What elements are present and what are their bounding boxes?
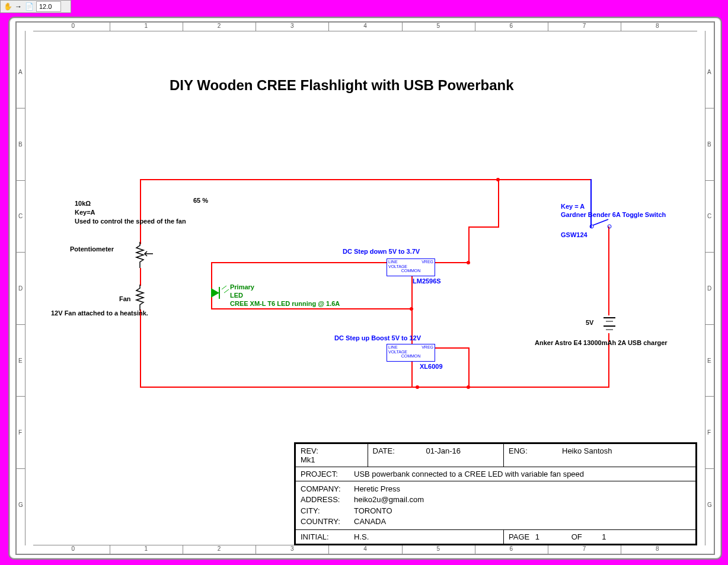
ruler-label: F [707,429,711,436]
tb-page-k: PAGE [509,532,529,541]
ruler-right: A B C D E F G [705,31,714,545]
tb-city-k: CITY: [301,506,354,516]
ruler-top: 0 1 2 3 4 5 6 7 8 [33,23,697,31]
switch-part: GSW124 [561,231,587,238]
tb-country-k: COUNTRY: [301,516,354,527]
ruler-label: D [18,285,23,292]
ruler-label: B [18,141,23,147]
wire-node [467,261,470,264]
ruler-label: C [707,213,711,219]
wire-node [496,178,500,181]
tb-date-v: 01-Jan-16 [426,446,461,455]
wire [434,347,470,349]
ruler-label: E [18,357,23,363]
wire [608,226,609,315]
battery-voltage: 5V [586,319,593,326]
ruler-bottom: 0 1 2 3 4 5 6 7 8 [33,545,697,554]
pot-key: Key=A [75,209,95,216]
wire [417,387,461,388]
ruler-label: 0 [71,545,75,552]
tb-country-v: CANADA [354,517,386,526]
wire-node [467,385,470,389]
tb-city-v: TORONTO [354,506,392,515]
wire-node [410,307,413,311]
schematic-sheet: 0 1 2 3 4 5 6 7 8 0 1 2 3 4 5 [8,17,722,560]
tb-page-v: 1 [535,532,539,541]
pot-desc: Used to control the speed of the fan [75,218,186,225]
svg-line-2 [593,219,608,225]
ruler-label: 4 [363,545,367,552]
pot-name: Potentiometer [70,245,114,253]
wire [140,387,419,388]
ruler-label: F [18,429,22,436]
app-window: ✋ → 📄 12.0 0 1 2 3 4 5 6 7 8 [0,0,728,565]
wire [460,387,609,388]
ruler-label: 8 [656,545,659,552]
wire [140,268,141,286]
wire [468,226,499,228]
tb-project-v: USB powerbank connected to a CREE LED wi… [354,470,584,478]
ruler-label: 1 [145,23,148,29]
tb-of-k: OF [571,532,582,541]
led-label2: LED [230,292,243,299]
toggle-switch-icon [589,218,613,230]
wire [140,179,590,180]
pan-hand-icon[interactable]: ✋ [3,2,12,11]
arrow-right-icon: → [15,2,22,11]
wire [211,262,387,263]
tb-initial-v: H.S. [354,532,369,541]
ruler-label: B [707,141,711,147]
wire [211,262,212,309]
document-icon[interactable]: 📄 [24,2,34,11]
ruler-label: A [18,69,23,75]
tb-project-k: PROJECT: [301,470,354,478]
ruler-label: G [18,501,23,507]
pot-setting: 65 % [193,197,208,204]
battery-desc: Anker Astro E4 13000mAh 2A USB charger [535,339,668,346]
drawing-area[interactable]: DIY Wooden CREE Flashlight with USB Powe… [33,31,697,545]
title-block: REV:Mk1 DATE:01-Jan-16 ENG:Heiko Santosh… [294,442,697,545]
ruler-label: C [18,213,23,219]
wire [468,347,470,388]
svg-line-5 [222,286,226,289]
svg-point-1 [608,225,611,228]
wire [498,179,499,228]
pot-value: 10kΩ [75,200,91,207]
ruler-label: 2 [218,23,221,29]
ruler-label: 7 [583,23,586,29]
tb-rev-k: REV: [301,446,354,455]
wire-node [416,385,419,389]
zoom-value[interactable]: 12.0 [36,1,61,12]
ruler-label: 0 [71,23,75,29]
tb-eng-v: Heiko Santosh [562,446,612,455]
stepdown-regulator: LINEVREG VOLTAGE COMMON [387,258,435,276]
ruler-label: G [707,501,712,507]
switch-key: Key = A [561,203,585,210]
svg-line-6 [224,289,229,293]
resistor-icon [135,285,147,312]
battery-icon [601,314,618,334]
wire [468,226,470,263]
wire [411,308,413,347]
stepdown-part: LM2596S [413,277,441,285]
wire [140,309,141,387]
ruler-left: A B C D E F G [17,31,25,545]
ruler-label: 6 [510,23,513,29]
led-desc: CREE XM-L T6 LED running @ 1.6A [230,300,340,307]
potentiometer-icon [135,242,159,270]
ruler-label: D [707,285,711,292]
stepdown-title: DC Step down 5V to 3.7V [343,248,420,255]
tb-date-k: DATE: [373,446,426,455]
switch-desc: Gardner Bender 6A Toggle Switch [561,211,666,218]
ruler-label: A [707,69,711,75]
svg-marker-3 [211,288,219,298]
wire [411,360,413,388]
led-label1: Primary [230,283,254,291]
tb-address-v: heiko2u@gmail.com [354,495,424,504]
stepup-regulator: LINEVREG VOLTAGE COMMON [387,344,435,362]
stepup-part: XL6009 [420,363,443,370]
schematic-canvas[interactable]: 0 1 2 3 4 5 6 7 8 0 1 2 3 4 5 [15,21,715,555]
ruler-label: 2 [218,545,221,552]
tb-eng-k: ENG: [509,446,562,455]
ruler-label: 3 [290,545,294,552]
